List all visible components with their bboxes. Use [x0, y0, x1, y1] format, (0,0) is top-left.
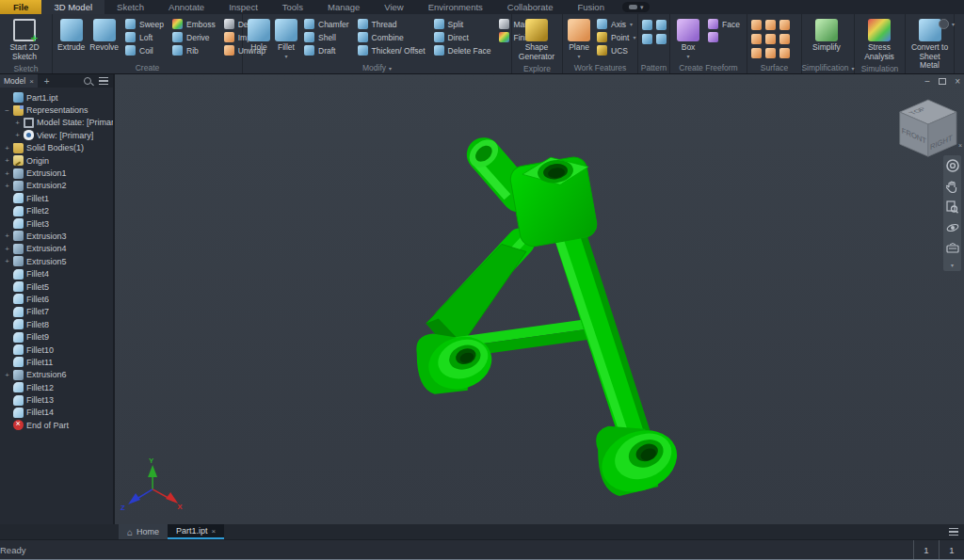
tree-toggle-icon[interactable]: +: [4, 245, 10, 253]
box-button[interactable]: Box▾: [674, 17, 702, 61]
tree-item-fillet14[interactable]: Fillet14: [2, 407, 113, 419]
tree-item-fillet3[interactable]: Fillet3: [2, 217, 113, 230]
restore-icon[interactable]: [939, 78, 946, 85]
tree-item-origin[interactable]: +Origin: [2, 154, 113, 167]
ucs-button[interactable]: UCS: [594, 44, 638, 56]
surface-tool-2-button[interactable]: [765, 19, 778, 31]
tree-item-fillet8[interactable]: Fillet8: [2, 318, 113, 330]
file-menu-button[interactable]: File: [0, 0, 41, 14]
tree-item-extrusion1[interactable]: +Extrusion1: [2, 167, 113, 179]
plane-button[interactable]: Plane▾: [567, 17, 591, 61]
tree-item-part1-ipt[interactable]: Part1.ipt: [2, 91, 113, 104]
thread-button[interactable]: Thread: [355, 18, 428, 30]
sweep-button[interactable]: Sweep: [122, 18, 167, 30]
close-icon[interactable]: ×: [29, 77, 34, 86]
pan-icon[interactable]: [945, 179, 959, 193]
tree-toggle-icon[interactable]: −: [4, 106, 10, 115]
tree-item-fillet13[interactable]: Fillet13: [2, 393, 113, 406]
tree-toggle-icon[interactable]: +: [4, 182, 10, 190]
tree-item-extrusion2[interactable]: +Extrusion2: [2, 180, 113, 192]
combine-button[interactable]: Combine: [355, 31, 428, 43]
extrude-button[interactable]: Extrude: [56, 17, 86, 55]
tree-item-fillet1[interactable]: Fillet1: [2, 192, 113, 204]
tabs-menu-icon[interactable]: [949, 528, 958, 536]
coil-button[interactable]: Coil: [122, 44, 167, 56]
tree-item-extrusion5[interactable]: +Extrusion5: [2, 255, 113, 267]
fillet-button[interactable]: Fillet▾: [274, 17, 298, 61]
tree-toggle-icon[interactable]: +: [4, 371, 10, 379]
tree-item-fillet4[interactable]: Fillet4: [2, 267, 113, 280]
tree-item-extrusion4[interactable]: +Extrusion4: [2, 243, 113, 255]
surface-tool-5-button[interactable]: [765, 33, 778, 45]
ribbon-display-options-button[interactable]: ▾: [939, 19, 955, 29]
menu-tab-annotate[interactable]: Annotate: [156, 0, 217, 14]
tree-item-extrusion6[interactable]: +Extrusion6: [2, 369, 113, 381]
menu-tab-fusion[interactable]: Fusion: [565, 0, 617, 14]
look-at-icon[interactable]: [945, 241, 959, 255]
tree-toggle-icon[interactable]: +: [4, 144, 10, 152]
circular-pattern-button[interactable]: [642, 33, 654, 45]
surface-tool-6-button[interactable]: [779, 33, 792, 45]
thicken-offset-button[interactable]: Thicken/ Offset: [355, 44, 428, 56]
scene-canvas[interactable]: TOP FRONT RIGHT Y X Z: [115, 74, 964, 525]
ribbon-group-label-modify[interactable]: Modify▾: [243, 62, 511, 73]
surface-tool-7-button[interactable]: [751, 47, 763, 59]
tree-item-extrusion3[interactable]: +Extrusion3: [2, 230, 113, 242]
rectangular-pattern-button[interactable]: [642, 19, 654, 31]
hole-button[interactable]: Hole: [247, 17, 271, 55]
browser-tab-model[interactable]: Model ×: [0, 74, 38, 88]
surface-tool-1-button[interactable]: [751, 19, 763, 31]
surface-tool-9-button[interactable]: [779, 47, 792, 59]
close-icon[interactable]: ×: [955, 76, 960, 87]
menu-tab-tools[interactable]: Tools: [270, 0, 315, 14]
menu-tab-manage[interactable]: Manage: [315, 0, 372, 14]
close-icon[interactable]: ×: [212, 527, 217, 536]
add-browser-tab-button[interactable]: +: [38, 76, 56, 87]
minimize-icon[interactable]: −: [924, 76, 930, 87]
surface-tool-4-button[interactable]: [751, 33, 763, 45]
derive-button[interactable]: Derive: [169, 31, 218, 43]
axis-button[interactable]: Axis▾: [594, 18, 638, 30]
tree-item-fillet9[interactable]: Fillet9: [2, 330, 113, 343]
face-button[interactable]: Face: [705, 18, 743, 30]
tree-toggle-icon[interactable]: +: [14, 119, 21, 127]
rib-button[interactable]: Rib: [169, 44, 218, 56]
tree-toggle-icon[interactable]: +: [4, 156, 10, 165]
part-model[interactable]: [416, 134, 686, 503]
tree-item-representations[interactable]: −Representations: [2, 104, 113, 116]
point-button[interactable]: Point▾: [594, 31, 638, 43]
view-cube[interactable]: TOP FRONT RIGHT: [900, 100, 956, 156]
simplify-button[interactable]: Simplify: [806, 17, 847, 55]
tree-item-fillet11[interactable]: Fillet11: [2, 356, 113, 368]
chamfer-button[interactable]: Chamfer: [301, 18, 352, 30]
delete-face-button[interactable]: Delete Face: [431, 44, 494, 56]
emboss-button[interactable]: Emboss: [169, 18, 218, 30]
viewport-3d[interactable]: − ×: [115, 74, 964, 524]
zoom-icon[interactable]: [945, 200, 959, 214]
tree-item-model-state-primary[interactable]: +Model State: [Primary]: [2, 117, 113, 129]
surface-tool-3-button[interactable]: [779, 19, 792, 31]
stress-analysis-button[interactable]: Stress Analysis: [859, 17, 900, 63]
navigation-wheel-icon[interactable]: [945, 158, 959, 172]
draft-button[interactable]: Draft: [301, 44, 352, 56]
tree-item-fillet2[interactable]: Fillet2: [2, 205, 113, 217]
navbar-close-icon[interactable]: ×: [958, 142, 962, 149]
tree-toggle-icon[interactable]: +: [4, 257, 10, 265]
menu-tab-inspect[interactable]: Inspect: [217, 0, 270, 14]
screencast-button[interactable]: ▾: [622, 2, 651, 12]
menu-tab-view[interactable]: View: [372, 0, 415, 14]
tab-home[interactable]: ⌂ Home: [119, 524, 168, 539]
tree-item-fillet10[interactable]: Fillet10: [2, 344, 113, 356]
tree-item-view-primary[interactable]: +View: [Primary]: [2, 129, 113, 141]
menu-tab-3d-model[interactable]: 3D Model: [41, 0, 104, 14]
orbit-icon[interactable]: [945, 220, 959, 234]
shape-generator-button[interactable]: Shape Generator: [516, 17, 557, 63]
split-button[interactable]: Split: [431, 18, 494, 30]
menu-tab-environments[interactable]: Environments: [416, 0, 495, 14]
tree-item-end-of-part[interactable]: End of Part: [2, 419, 113, 431]
browser-menu-icon[interactable]: [99, 77, 108, 85]
tree-item-fillet6[interactable]: Fillet6: [2, 293, 113, 305]
revolve-button[interactable]: Revolve: [88, 17, 120, 55]
menu-tab-collaborate[interactable]: Collaborate: [495, 0, 566, 14]
direct-button[interactable]: Direct: [431, 31, 494, 43]
